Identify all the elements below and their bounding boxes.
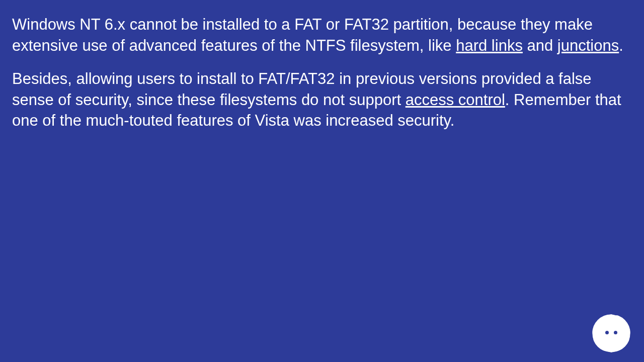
avatar-eye-right <box>614 331 617 334</box>
paragraph-1: Windows NT 6.x cannot be installed to a … <box>12 14 632 56</box>
text-segment: . <box>619 37 623 54</box>
text-segment: and <box>523 37 557 54</box>
link-hard-links[interactable]: hard links <box>456 37 523 54</box>
avatar-eye-left <box>605 331 609 334</box>
link-access-control[interactable]: access control <box>406 91 505 109</box>
paragraph-2: Besides, allowing users to install to FA… <box>12 68 632 132</box>
assistant-avatar-icon[interactable] <box>594 316 629 351</box>
answer-content: Windows NT 6.x cannot be installed to a … <box>12 14 632 131</box>
link-junctions[interactable]: junctions <box>557 37 619 54</box>
